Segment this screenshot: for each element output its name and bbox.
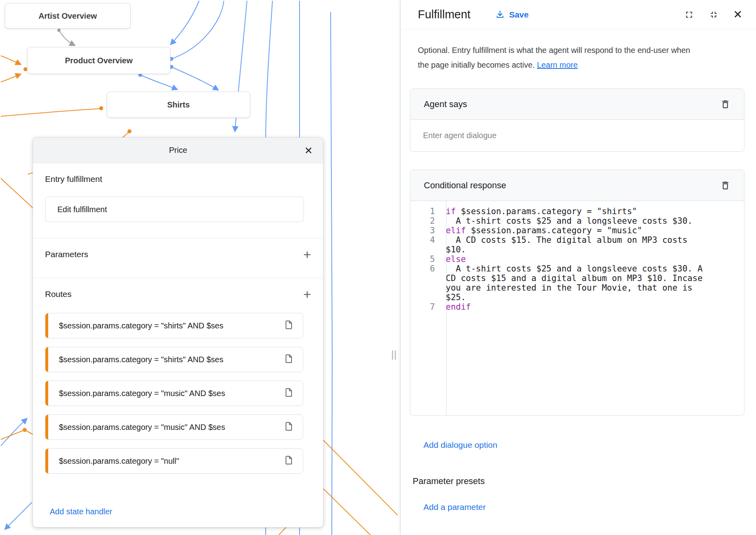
route-condition: $session.params.category = "shirts" AND … bbox=[59, 321, 223, 330]
route-accent-bar bbox=[45, 449, 48, 473]
code-text: elif $session.params.category = "music" bbox=[446, 226, 710, 235]
line-number: 3 bbox=[410, 226, 441, 235]
code-lines: 1 if $session.params.category = "shirts"… bbox=[410, 207, 744, 312]
price-card-title: Price bbox=[33, 146, 323, 155]
conditional-response-header: Conditional response bbox=[410, 170, 744, 201]
panel-header: Fulfillment Save ✕ bbox=[401, 0, 756, 29]
document-icon[interactable] bbox=[284, 387, 294, 399]
code-text: endif bbox=[446, 302, 710, 312]
save-button[interactable]: Save bbox=[495, 10, 529, 20]
fulfillment-panel: Fulfillment Save ✕ Optional. Entry fulfi… bbox=[400, 0, 756, 535]
code-line: 4 A CD costs $15. The digital album on M… bbox=[410, 235, 744, 254]
conditional-response-card: Conditional response 1 if $session.param… bbox=[410, 170, 744, 416]
node-label: Artist Overview bbox=[39, 12, 97, 21]
route-accent-bar bbox=[45, 347, 48, 372]
document-icon[interactable] bbox=[284, 320, 294, 332]
code-line: 5 else bbox=[410, 254, 744, 264]
agent-says-card: Agent says bbox=[410, 88, 744, 152]
code-line: 6 A t-shirt costs $25 and a longsleeve c… bbox=[410, 264, 744, 302]
routes-label: Routes bbox=[45, 289, 72, 299]
close-icon[interactable]: ✕ bbox=[733, 9, 742, 20]
gutter-divider bbox=[446, 201, 447, 415]
line-number: 5 bbox=[410, 254, 441, 264]
document-icon[interactable] bbox=[284, 421, 294, 433]
code-line: 2 A t-shirt costs $25 and a longsleeve c… bbox=[410, 216, 744, 226]
code-line: 7 endif bbox=[410, 302, 744, 312]
route-condition: $session.params.category = "music" AND $… bbox=[59, 389, 225, 398]
parameters-section: Parameters + bbox=[45, 244, 311, 264]
code-line: 3 elif $session.params.category = "music… bbox=[410, 226, 744, 235]
node-label: Product Overview bbox=[65, 56, 133, 65]
collapse-icon[interactable] bbox=[709, 10, 719, 20]
route-accent-bar bbox=[45, 381, 48, 406]
code-text: else bbox=[446, 254, 710, 264]
line-number: 4 bbox=[410, 235, 441, 245]
section-divider bbox=[33, 278, 323, 278]
flow-canvas[interactable]: Artist Overview Product Overview Shirts … bbox=[0, 0, 400, 535]
code-line: 1 if $session.params.category = "shirts" bbox=[410, 207, 744, 216]
entry-fulfillment-label: Entry fulfillment bbox=[45, 174, 102, 184]
line-number: 1 bbox=[410, 207, 441, 216]
route-condition: $session.params.category = "null" bbox=[59, 457, 179, 466]
learn-more-link[interactable]: Learn more bbox=[537, 61, 578, 69]
code-text: if $session.params.category = "shirts" bbox=[446, 207, 710, 216]
edit-fulfillment-button[interactable]: Edit fulfillment bbox=[45, 197, 304, 222]
route-condition: $session.params.category = "music" AND $… bbox=[59, 423, 225, 432]
route-list: $session.params.category = "shirts" AND … bbox=[45, 313, 303, 474]
fullscreen-icon[interactable] bbox=[684, 10, 694, 20]
panel-header-icons: ✕ bbox=[684, 9, 742, 20]
agent-says-header: Agent says bbox=[410, 89, 744, 120]
price-card-header: Price ✕ bbox=[33, 138, 323, 163]
document-icon[interactable] bbox=[284, 455, 294, 467]
conditional-response-title: Conditional response bbox=[424, 180, 506, 191]
node-artist-overview[interactable]: Artist Overview bbox=[5, 3, 131, 29]
node-product-overview[interactable]: Product Overview bbox=[27, 47, 170, 74]
route-condition: $session.params.category = "shirts" AND … bbox=[59, 355, 223, 364]
code-text: A t-shirt costs $25 and a longsleeve cos… bbox=[446, 264, 710, 302]
route-row[interactable]: $session.params.category = "music" AND $… bbox=[45, 381, 303, 406]
section-divider bbox=[33, 238, 323, 238]
line-number: 6 bbox=[410, 264, 441, 273]
panel-title: Fulfillment bbox=[418, 8, 470, 21]
code-text: A CD costs $15. The digital album on MP3… bbox=[446, 235, 710, 254]
route-row[interactable]: $session.params.category = "shirts" AND … bbox=[45, 347, 303, 372]
routes-section: Routes + bbox=[45, 284, 311, 304]
route-accent-bar bbox=[45, 313, 48, 338]
code-text: A t-shirt costs $25 and a longsleeve cos… bbox=[446, 216, 710, 226]
trash-icon[interactable] bbox=[720, 99, 731, 109]
save-label: Save bbox=[509, 10, 529, 20]
line-number: 2 bbox=[410, 216, 441, 226]
route-row[interactable]: $session.params.category = "null" bbox=[45, 448, 303, 474]
add-parameter-plus-icon[interactable]: + bbox=[303, 248, 311, 261]
agent-dialogue-input[interactable] bbox=[410, 120, 744, 151]
add-dialogue-option-link[interactable]: Add dialogue option bbox=[423, 440, 497, 450]
route-row[interactable]: $session.params.category = "shirts" AND … bbox=[45, 313, 303, 338]
route-row[interactable]: $session.params.category = "music" AND $… bbox=[45, 414, 303, 440]
panel-description: Optional. Entry fulfillment is what the … bbox=[418, 43, 703, 72]
node-label: Shirts bbox=[167, 100, 190, 109]
panel-resize-handle[interactable] bbox=[392, 350, 396, 360]
code-editor[interactable]: 1 if $session.params.category = "shirts"… bbox=[410, 201, 744, 415]
parameter-presets-heading: Parameter presets bbox=[413, 476, 485, 486]
trash-icon[interactable] bbox=[720, 180, 731, 191]
add-route-plus-icon[interactable]: + bbox=[303, 287, 311, 301]
node-shirts[interactable]: Shirts bbox=[107, 92, 250, 118]
route-accent-bar bbox=[45, 415, 48, 439]
document-icon[interactable] bbox=[284, 353, 294, 365]
agent-builder-app: Artist Overview Product Overview Shirts … bbox=[0, 0, 756, 535]
parameters-label: Parameters bbox=[45, 250, 88, 259]
add-a-parameter-link[interactable]: Add a parameter bbox=[423, 502, 486, 512]
close-icon[interactable]: ✕ bbox=[304, 145, 313, 155]
save-icon bbox=[495, 10, 505, 20]
agent-says-title: Agent says bbox=[424, 99, 467, 109]
price-node-card: Price ✕ Entry fulfillment Edit fulfillme… bbox=[33, 137, 323, 527]
add-state-handler-link[interactable]: Add state handler bbox=[50, 507, 112, 516]
line-number: 7 bbox=[410, 302, 441, 312]
